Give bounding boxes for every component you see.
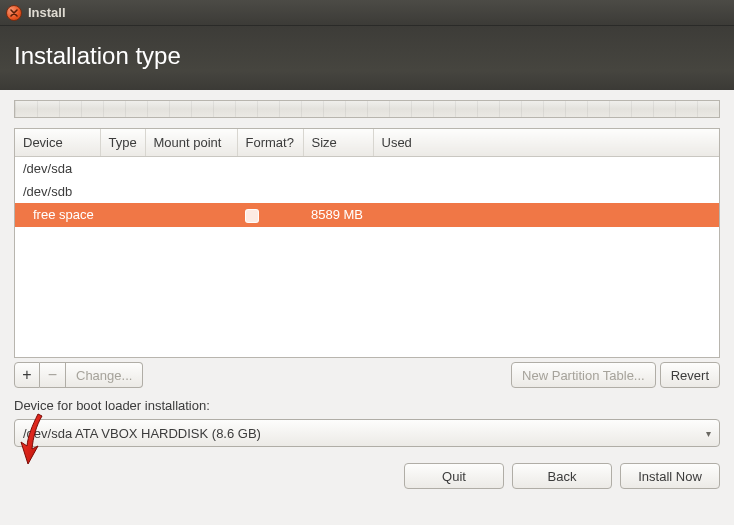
header: Installation type (0, 26, 734, 90)
cell-format (237, 180, 303, 203)
cell-format (237, 157, 303, 181)
window-title: Install (28, 5, 66, 20)
col-type[interactable]: Type (100, 129, 145, 157)
cell-size: 8589 MB (303, 203, 373, 227)
remove-partition-button[interactable]: − (40, 362, 66, 388)
bootloader-combo[interactable]: /dev/sda ATA VBOX HARDDISK (8.6 GB) ▾ (14, 419, 720, 447)
footer-buttons: Quit Back Install Now (0, 447, 734, 503)
cell-device: /dev/sdb (15, 180, 100, 203)
titlebar: Install (0, 0, 734, 26)
chevron-down-icon: ▾ (706, 428, 711, 439)
new-partition-table-button[interactable]: New Partition Table... (511, 362, 656, 388)
cell-used (373, 180, 719, 203)
cell-device: /dev/sda (15, 157, 100, 181)
install-now-button[interactable]: Install Now (620, 463, 720, 489)
partition-toolbar: + − Change... New Partition Table... Rev… (14, 362, 720, 388)
add-partition-button[interactable]: + (14, 362, 40, 388)
cell-format (237, 203, 303, 227)
cell-type (100, 203, 145, 227)
table-row[interactable]: free space 8589 MB (15, 203, 719, 227)
col-format[interactable]: Format? (237, 129, 303, 157)
table-header-row: Device Type Mount point Format? Size Use… (15, 129, 719, 157)
quit-button[interactable]: Quit (404, 463, 504, 489)
cell-used (373, 203, 719, 227)
cell-type (100, 157, 145, 181)
change-partition-button[interactable]: Change... (66, 362, 143, 388)
cell-device: free space (15, 203, 100, 227)
bootloader-label: Device for boot loader installation: (14, 398, 720, 413)
close-icon (10, 9, 18, 17)
close-button[interactable] (6, 5, 22, 21)
bootloader-value: /dev/sda ATA VBOX HARDDISK (8.6 GB) (23, 426, 261, 441)
disk-usage-bar[interactable] (14, 100, 720, 118)
cell-size (303, 157, 373, 181)
col-size[interactable]: Size (303, 129, 373, 157)
cell-size (303, 180, 373, 203)
cell-type (100, 180, 145, 203)
format-checkbox[interactable] (245, 209, 259, 223)
table-row[interactable]: /dev/sdb (15, 180, 719, 203)
table-row[interactable]: /dev/sda (15, 157, 719, 181)
revert-button[interactable]: Revert (660, 362, 720, 388)
cell-used (373, 157, 719, 181)
page-title: Installation type (14, 42, 720, 70)
partition-table: Device Type Mount point Format? Size Use… (14, 128, 720, 358)
col-device[interactable]: Device (15, 129, 100, 157)
cell-mount (145, 203, 237, 227)
col-mount[interactable]: Mount point (145, 129, 237, 157)
cell-mount (145, 180, 237, 203)
back-button[interactable]: Back (512, 463, 612, 489)
col-used[interactable]: Used (373, 129, 719, 157)
cell-mount (145, 157, 237, 181)
